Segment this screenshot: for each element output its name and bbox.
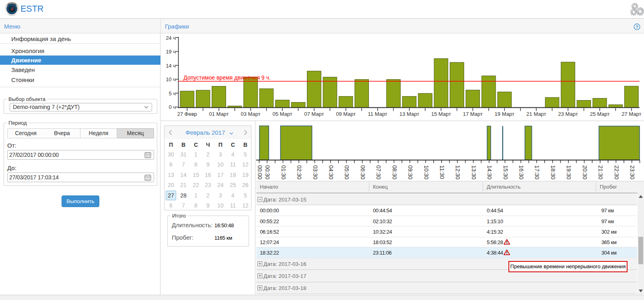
svg-text:25 Март: 25 Март (590, 111, 609, 117)
svg-text:10 ч: 10 ч (166, 76, 176, 82)
svg-text:27 Февр: 27 Февр (177, 111, 197, 117)
svg-text:02:30: 02:30 (296, 165, 302, 179)
svg-text:17 Март: 17 Март (463, 111, 483, 117)
svg-text:00:30: 00:30 (264, 165, 271, 179)
svg-text:05 Март: 05 Март (272, 111, 292, 117)
svg-text:19 Март: 19 Март (495, 111, 514, 117)
svg-text:04:30: 04:30 (328, 165, 334, 179)
svg-text:15 Март: 15 Март (431, 111, 451, 117)
svg-text:09 Март: 09 Март (336, 111, 356, 117)
svg-text:0 ч: 0 ч (169, 104, 176, 110)
svg-text:17:30: 17:30 (534, 165, 540, 179)
svg-text:01 Март: 01 Март (209, 111, 229, 117)
svg-text:Допустимое время движения 9 ч.: Допустимое время движения 9 ч. (183, 74, 271, 81)
svg-text:23:30: 23:30 (629, 165, 636, 179)
svg-text:5 ч: 5 ч (169, 90, 176, 97)
svg-text:27 Март: 27 Март (621, 111, 641, 117)
svg-text:13:30: 13:30 (471, 165, 477, 179)
svg-text:?: ? (636, 25, 638, 29)
svg-text:22:30: 22:30 (613, 165, 620, 179)
svg-text:11 Март: 11 Март (368, 111, 387, 117)
svg-text:18:30: 18:30 (550, 165, 556, 179)
svg-text:03 Март: 03 Март (241, 111, 261, 117)
svg-text:14 ч: 14 ч (166, 63, 176, 69)
svg-text:10:30: 10:30 (423, 165, 430, 179)
svg-text:24 ч: 24 ч (166, 35, 176, 41)
svg-text:20:30: 20:30 (582, 165, 588, 179)
svg-text:08:30: 08:30 (391, 165, 398, 179)
svg-text:14:30: 14:30 (486, 165, 493, 179)
svg-text:19:30: 19:30 (566, 165, 572, 179)
svg-text:09:30: 09:30 (407, 165, 414, 179)
svg-text:12:30: 12:30 (455, 165, 461, 179)
svg-text:23 Март: 23 Март (558, 111, 578, 117)
svg-text:01:30: 01:30 (280, 165, 287, 179)
svg-text:16:30: 16:30 (518, 165, 525, 179)
svg-text:15:30: 15:30 (502, 165, 509, 179)
svg-text:03:30: 03:30 (312, 165, 319, 179)
svg-text:19 ч: 19 ч (166, 49, 176, 55)
svg-text:00:00: 00:00 (257, 165, 263, 179)
svg-text:05:30: 05:30 (344, 165, 350, 179)
svg-text:11:30: 11:30 (439, 165, 445, 179)
svg-text:07:30: 07:30 (375, 165, 382, 179)
svg-text:06:30: 06:30 (360, 165, 366, 179)
svg-text:07 Март: 07 Март (304, 111, 324, 117)
svg-text:13 Март: 13 Март (399, 111, 419, 117)
svg-text:21 Март: 21 Март (527, 111, 546, 117)
svg-text:21:30: 21:30 (597, 165, 604, 179)
